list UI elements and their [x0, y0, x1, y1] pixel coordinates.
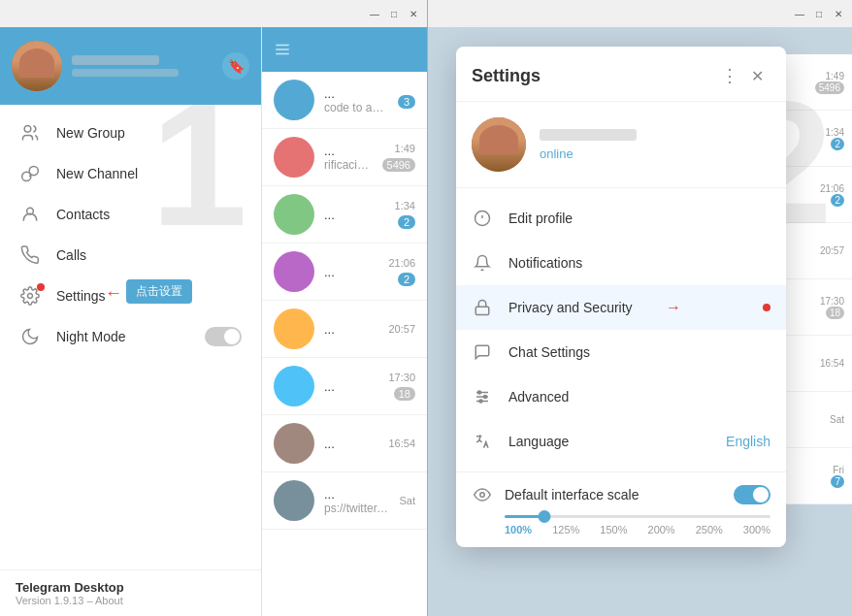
bg-chat-meta: 21:06 2: [782, 183, 844, 207]
chat-item[interactable]: ... ps://twitter.com/STKM_... Sat: [262, 472, 427, 530]
sidebar-item-contacts[interactable]: Contacts: [0, 194, 261, 235]
scale-labels: 100% 125% 150% 200% 250% 300%: [472, 524, 770, 535]
bg-chat-badge: 5496: [815, 81, 844, 94]
bg-chat-badge: 7: [831, 475, 844, 488]
right-bg: 1:49 5496 1:34 2 21:06 2 20:57: [427, 27, 852, 616]
chat-item[interactable]: ... 21:06 2: [262, 243, 427, 301]
svg-point-14: [484, 396, 487, 399]
user-phone-bar: [72, 69, 179, 77]
chat-item[interactable]: ... 16:54: [262, 415, 427, 472]
chat-time: 1:34: [395, 200, 415, 211]
chat-info: ... rificación. Espera...: [324, 144, 373, 172]
chat-item[interactable]: ... rificación. Espera... 1:49 5496: [262, 129, 427, 186]
svg-point-16: [480, 493, 485, 498]
user-avatar[interactable]: [12, 41, 62, 91]
scale-toggle[interactable]: [734, 485, 770, 504]
right-close-button[interactable]: ✕: [831, 6, 846, 21]
chat-name: ...: [324, 437, 378, 451]
sidebar-item-new-channel[interactable]: New Channel: [0, 153, 261, 194]
maximize-button[interactable]: □: [386, 6, 402, 21]
night-mode-toggle[interactable]: [205, 327, 242, 346]
language-value: English: [726, 434, 770, 449]
right-minimize-button[interactable]: —: [792, 6, 807, 21]
left-window: — □ ✕ 🔖: [0, 0, 427, 616]
chat-badge: 3: [398, 95, 415, 109]
dialog-title: Settings: [472, 66, 716, 86]
chat-badge: 5496: [382, 158, 415, 172]
chat-time: 16:54: [388, 438, 415, 449]
scale-label: Default interface scale: [505, 487, 722, 503]
chat-avatar: [274, 480, 314, 521]
chat-preview: ps://twitter.com/STKM_...: [324, 502, 389, 515]
saved-messages-icon[interactable]: 🔖: [222, 52, 249, 80]
group-icon: [19, 122, 41, 144]
settings-label: Settings: [56, 288, 106, 304]
chat-avatar: [274, 80, 314, 120]
bg-chat-meta: 1:49 5496: [782, 71, 844, 94]
dialog-more-button[interactable]: ⋮: [716, 62, 743, 89]
chat-info: ...: [324, 379, 378, 394]
dialog-close-button[interactable]: ✕: [743, 62, 770, 89]
bg-chat-time: 1:49: [826, 71, 844, 81]
scale-slider-track[interactable]: [505, 515, 770, 518]
bg-chat-item: 1:34 2: [774, 111, 852, 167]
menu-icon[interactable]: [274, 41, 291, 58]
dialog-header: Settings ⋮ ✕: [456, 47, 786, 102]
bg-chat-item: Sat: [774, 392, 852, 448]
chat-info: ...: [324, 265, 378, 279]
chat-meta: 17:30 18: [388, 372, 415, 401]
user-name-bar: [72, 55, 159, 65]
scale-300: 300%: [743, 524, 770, 535]
close-button[interactable]: ✕: [406, 6, 421, 21]
scale-250: 250%: [696, 524, 723, 535]
eye-icon: [472, 484, 493, 505]
svg-point-15: [479, 400, 482, 403]
dialog-menu: Edit profile Notifications Privacy and S…: [456, 188, 786, 471]
sidebar-item-new-group[interactable]: New Group: [0, 113, 261, 153]
right-maximize-button[interactable]: □: [811, 6, 827, 21]
night-icon: [19, 326, 41, 347]
dialog-item-notifications[interactable]: Notifications: [456, 241, 786, 285]
chat-avatar: [274, 194, 314, 235]
bg-chat-meta: 17:30 18: [782, 296, 844, 319]
bg-chat-time: 21:06: [820, 183, 844, 194]
chat-item[interactable]: ... 1:34 2: [262, 186, 427, 243]
dialog-profile[interactable]: online: [456, 102, 786, 188]
dialog-item-privacy-security[interactable]: Privacy and Security → 隐私安全: [456, 285, 786, 330]
svg-rect-9: [475, 307, 489, 314]
bg-chat-item: Fri 7: [774, 448, 852, 504]
chat-item[interactable]: ... 17:30 18: [262, 358, 427, 415]
sidebar-item-calls[interactable]: Calls: [0, 235, 261, 276]
bg-chat-badge: 2: [831, 138, 844, 150]
bg-chat-time: 20:57: [820, 245, 844, 256]
dialog-item-chat-settings[interactable]: Chat Settings: [456, 330, 786, 374]
bg-chat-list: 1:49 5496 1:34 2 21:06 2 20:57: [774, 54, 852, 504]
bg-chat-time: Sat: [830, 414, 844, 425]
minimize-button[interactable]: —: [367, 6, 382, 21]
chat-time: 21:06: [388, 257, 415, 269]
night-mode-label: Night Mode: [56, 329, 126, 344]
profile-status: online: [540, 146, 770, 161]
bg-chat-badge: 18: [826, 307, 844, 319]
privacy-badge: [763, 304, 770, 311]
sliders-icon: [472, 386, 493, 407]
chat-item[interactable]: ... 20:57: [262, 301, 427, 358]
chat-list: ... code to anyone, eve... 3 ... rificac…: [262, 27, 427, 616]
sidebar-item-settings[interactable]: Settings ← 点击设置: [0, 276, 261, 316]
dialog-item-advanced[interactable]: Advanced: [456, 374, 786, 419]
sidebar-item-night-mode[interactable]: Night Mode: [0, 316, 261, 357]
settings-badge: [37, 283, 45, 291]
chat-settings-label: Chat Settings: [508, 344, 770, 360]
bg-chat-time: 1:34: [826, 127, 844, 138]
dialog-item-language[interactable]: Language English: [456, 419, 786, 464]
chat-name: ...: [324, 322, 378, 337]
chat-preview: code to anyone, eve...: [324, 101, 388, 114]
chat-name: ...: [324, 144, 373, 158]
dialog-item-edit-profile[interactable]: Edit profile: [456, 196, 786, 241]
chat-item[interactable]: ... code to anyone, eve... 3: [262, 72, 427, 129]
chat-avatar: [274, 137, 314, 178]
chat-avatar: [274, 423, 314, 464]
svg-point-13: [478, 391, 481, 394]
chat-badge: 2: [398, 215, 415, 229]
chat-badge: 18: [394, 387, 415, 401]
